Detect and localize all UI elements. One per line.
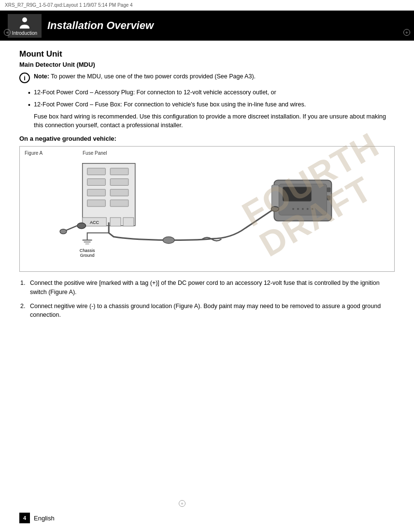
svg-rect-14	[110, 218, 121, 226]
main-content: Mount Unit Main Detector Unit (MDU) i No…	[0, 41, 414, 329]
page-number: 4	[23, 515, 26, 521]
subsection-title: Main Detector Unit (MDU)	[19, 61, 395, 68]
svg-text:Ground: Ground	[80, 253, 95, 258]
page-number-box: 4	[19, 513, 30, 523]
svg-point-22	[77, 223, 86, 229]
svg-rect-34	[271, 185, 279, 209]
svg-rect-9	[110, 189, 128, 196]
svg-rect-11	[110, 200, 128, 207]
svg-rect-10	[87, 200, 106, 207]
bullet-item-2: 12-Foot Power Cord – Fuse Box: For conne…	[29, 100, 395, 109]
bullet2-text: For connection to vehicle's fuse box usi…	[122, 101, 306, 108]
note-block: i Note: To power the MDU, use one of the…	[19, 72, 395, 83]
page-title: Installation Overview	[47, 19, 154, 32]
note-text: Note: To power the MDU, use one of the t…	[34, 72, 256, 81]
svg-rect-6	[87, 179, 106, 186]
footer-language: English	[34, 515, 55, 522]
svg-point-35	[271, 207, 279, 211]
on-neg-title: On a negative grounded vehicle:	[19, 135, 395, 142]
step2-text: Connect negitive wire (-) to a chassis g…	[30, 303, 381, 319]
svg-text:i: i	[24, 74, 26, 82]
step1-text: Connect the positive wire [marked with a…	[30, 280, 380, 296]
svg-point-23	[60, 229, 67, 234]
bullet-item-1: 12-Foot Power Cord – Acessory Plug: For …	[29, 88, 395, 97]
svg-rect-26	[283, 187, 312, 201]
svg-rect-5	[110, 168, 128, 175]
figure-box: Figure A Fuse Panel ACC	[19, 146, 395, 272]
svg-point-0	[22, 17, 27, 22]
svg-text:ACC: ACC	[90, 220, 99, 225]
note-icon: i	[19, 73, 30, 83]
bullet1-bold: 12-Foot Power Cord – Acessory Plug:	[34, 89, 135, 96]
reg-mark-left	[4, 29, 11, 36]
svg-point-32	[307, 208, 309, 210]
footer: 4 English	[0, 513, 414, 523]
step-2: 2. Connect negitive wire (-) to a chassi…	[19, 302, 395, 320]
bullet-list: 12-Foot Power Cord – Acessory Plug: For …	[29, 88, 395, 109]
svg-rect-15	[123, 218, 134, 226]
svg-point-33	[312, 208, 314, 210]
header: Introduction Installation Overview	[0, 11, 414, 41]
svg-rect-4	[87, 168, 106, 175]
svg-point-30	[297, 208, 299, 210]
svg-rect-27	[327, 187, 330, 192]
top-bar: XRS_R7_R9G_1-5-07.qxd:Layout 1 1/9/07 5:…	[0, 0, 414, 11]
fuse-panel-label: Fuse Panel	[83, 150, 107, 156]
intro-box: Introduction	[8, 14, 42, 38]
reg-mark-bottom	[179, 500, 186, 507]
svg-point-29	[292, 208, 294, 210]
svg-point-31	[302, 208, 304, 210]
bullet1-text: For connecton to 12-volt vehicle accesso…	[135, 89, 276, 96]
note-label: Note:	[34, 73, 49, 80]
svg-text:Chassis: Chassis	[80, 248, 95, 253]
intro-icon	[18, 16, 31, 30]
extra-text: Fuse box hard wiring is recommended. Use…	[34, 112, 395, 131]
note-body: To power the MDU, use one of the two pow…	[51, 73, 256, 80]
bullet2-bold: 12-Foot Power Cord – Fuse Box:	[34, 101, 122, 108]
intro-label: Introduction	[12, 30, 37, 36]
section-title: Mount Unit	[19, 49, 395, 59]
figure-label: Figure A	[25, 150, 43, 156]
top-bar-text: XRS_R7_R9G_1-5-07.qxd:Layout 1 1/9/07 5:…	[5, 2, 133, 8]
reg-mark-right	[403, 29, 410, 36]
step-1: 1. Connect the positive wire [marked wit…	[19, 279, 395, 297]
svg-rect-28	[327, 195, 330, 200]
numbered-list: 1. Connect the positive wire [marked wit…	[19, 279, 395, 320]
svg-rect-8	[87, 189, 106, 196]
figure-illustration: ACC Chassis Ground	[25, 151, 389, 266]
svg-point-16	[163, 237, 174, 244]
svg-rect-7	[110, 179, 128, 186]
